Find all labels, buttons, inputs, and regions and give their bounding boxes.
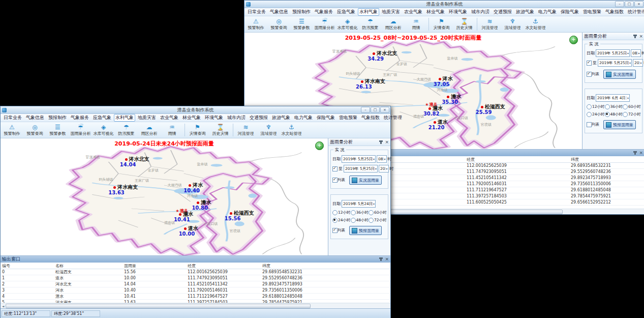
to-checkbox[interactable] (587, 61, 592, 66)
menu-item-8[interactable]: 林业气象 (181, 114, 202, 122)
pin-icon[interactable] (634, 151, 636, 155)
scroll-left-icon[interactable]: ◄ (1, 304, 6, 308)
menu-item-12[interactable]: 旅游气象 (270, 114, 292, 122)
tool-button-雨区分析[interactable]: ☁雨区分析 (382, 16, 405, 32)
duration-radio-60小时[interactable]: 60小时 (369, 210, 387, 215)
menu-item-1[interactable]: 气象信息 (268, 8, 290, 16)
live-hour-combo[interactable]: 08▾ (631, 49, 641, 57)
live-list-checkbox[interactable] (587, 72, 592, 77)
menu-item-14[interactable]: 保险气象 (559, 8, 580, 16)
tool-button-雨情[interactable]: ♒雨情 (405, 16, 427, 32)
station-dot-icon[interactable] (434, 121, 436, 124)
live-to-date-combo[interactable]: 2019年 5月25日▾ (598, 59, 632, 67)
station-dot-icon[interactable] (361, 80, 363, 83)
menu-item-15[interactable]: 雷电预警 (581, 8, 603, 16)
menu-item-3[interactable]: 气象服务 (313, 8, 334, 16)
menu-item-13[interactable]: 电力气象 (537, 8, 558, 16)
minimize-button[interactable]: – (361, 107, 370, 113)
tool-button-预警参数[interactable]: ☰预警参数 (290, 16, 313, 32)
tool-button-灾情查询[interactable]: ⚑灾情查询 (186, 122, 209, 138)
menu-item-1[interactable]: 气象信息 (24, 114, 46, 122)
col-header-name[interactable]: 名称 (54, 263, 122, 269)
menu-item-12[interactable]: 旅游气象 (514, 8, 536, 16)
live-to-date-combo[interactable]: 2019年 5月25日▾ (344, 165, 378, 172)
tool-button-历史灾情[interactable]: ⌛历史灾情 (209, 122, 232, 138)
menu-item-14[interactable]: 保险气象 (315, 114, 336, 122)
menu-item-17[interactable]: 统计管理 (626, 8, 644, 16)
menu-item-16[interactable]: 气象指数 (604, 8, 625, 16)
station-dot-icon[interactable] (125, 158, 128, 161)
forecast-rain-button[interactable]: 预报面雨量 (349, 226, 382, 235)
duration-radio-72小时[interactable]: 72小时 (369, 218, 387, 223)
tool-button-流域管理[interactable]: ♆流域管理 (501, 16, 524, 32)
tool-button-预警制作[interactable]: ⚠预警制作 (244, 16, 267, 32)
tool-button-预警查询[interactable]: ◎预警查询 (23, 122, 46, 138)
tool-button-防汛预案[interactable]: ☂防汛预案 (115, 122, 138, 138)
menu-item-15[interactable]: 雷电预警 (338, 114, 359, 122)
pin-icon[interactable] (380, 257, 382, 261)
tool-button-流域管理[interactable]: ♆流域管理 (257, 122, 280, 138)
live-to-hour-combo[interactable]: 20▾ (633, 59, 643, 67)
scroll-thumb[interactable] (6, 304, 311, 308)
col-header-lon[interactable]: 经度 (465, 156, 569, 163)
panel-close-icon[interactable]: × (639, 34, 643, 39)
titlebar[interactable]: 澧县业务制作系统 – □ × (1, 106, 390, 114)
maximize-button[interactable]: □ (371, 107, 380, 113)
pin-icon[interactable] (634, 35, 636, 38)
duration-radio-60小时[interactable]: 60小时 (623, 104, 641, 109)
menu-item-4[interactable]: 应急气象 (335, 8, 357, 16)
tool-button-面雨量分析[interactable]: ☔面雨量分析 (69, 122, 92, 138)
tool-button-河流管理[interactable]: ≋河流管理 (478, 16, 501, 32)
menu-item-7[interactable]: 农业气象 (159, 114, 180, 122)
panel-close-icon[interactable]: × (385, 140, 389, 144)
tool-button-面雨量分析[interactable]: ☔面雨量分析 (313, 16, 336, 32)
duration-radio-24小时[interactable]: 24小时 (332, 218, 351, 223)
station-dot-icon[interactable] (184, 227, 187, 230)
forecast-date-combo[interactable]: 2019年 6月 4日▾ (596, 94, 630, 102)
live-hour-combo[interactable]: 08▾ (377, 155, 387, 163)
tool-button-防汛预案[interactable]: ☂防汛预案 (359, 16, 382, 32)
forecast-list-checkbox[interactable] (332, 228, 338, 233)
tool-button-预警查询[interactable]: ◎预警查询 (267, 16, 290, 32)
menu-item-11[interactable]: 交通预报 (492, 8, 513, 16)
forecast-list-checkbox[interactable] (587, 122, 592, 127)
menu-item-0[interactable]: 日常业务 (2, 114, 23, 122)
menu-item-16[interactable]: 气象指数 (360, 114, 381, 122)
close-button[interactable]: × (634, 1, 643, 7)
menu-item-9[interactable]: 环境气象 (447, 8, 469, 16)
menu-item-11[interactable]: 交通预报 (248, 114, 269, 122)
tool-button-雨情[interactable]: ♒雨情 (161, 122, 183, 138)
live-rain-button[interactable]: 实况面雨量 (603, 70, 636, 79)
tool-button-预警制作[interactable]: ⚠预警制作 (1, 122, 23, 138)
tool-button-历史灾情[interactable]: ⌛历史灾情 (453, 16, 476, 32)
menu-item-5[interactable]: 水利气象 (114, 114, 135, 122)
menu-item-17[interactable]: 统计管理 (382, 114, 404, 122)
titlebar[interactable]: 澧县业务制作系统 – □ × (244, 1, 644, 8)
tool-button-水库可视化[interactable]: ◈水库可视化 (336, 16, 359, 32)
col-header-lat[interactable]: 纬度 (261, 263, 390, 269)
menu-item-3[interactable]: 气象服务 (69, 114, 90, 122)
duration-radio-48小时[interactable]: 48小时 (351, 218, 369, 223)
duration-radio-12小时[interactable]: 12小时 (587, 104, 605, 109)
menu-item-7[interactable]: 农业气象 (403, 8, 424, 16)
menu-item-4[interactable]: 应急气象 (91, 114, 113, 122)
col-header-id[interactable]: 编号 (1, 263, 54, 269)
forecast-date-combo[interactable]: 2019年 5月24日▾ (342, 200, 376, 208)
menu-item-2[interactable]: 预报制作 (47, 114, 68, 122)
tool-button-水库可视化[interactable]: ◈水库可视化 (92, 122, 115, 138)
station-dot-icon[interactable] (428, 107, 431, 110)
map-locate-button[interactable]: + (315, 141, 324, 150)
live-date-combo[interactable]: 2019年 5月25日▾ (342, 155, 376, 163)
tool-button-水文站管理[interactable]: ⚓水文站管理 (524, 16, 547, 32)
pin-icon[interactable] (380, 140, 382, 144)
duration-radio-72小时[interactable]: 72小时 (623, 112, 641, 117)
live-date-combo[interactable]: 2019年 5月25日▾ (596, 49, 630, 57)
duration-radio-36小时[interactable]: 36小时 (351, 210, 369, 215)
duration-radio-12小时[interactable]: 12小时 (332, 210, 351, 215)
menu-item-10[interactable]: 城市内涝 (226, 114, 247, 122)
live-to-hour-combo[interactable]: 20▾ (379, 165, 389, 172)
tool-button-灾情查询[interactable]: ⚑灾情查询 (430, 16, 453, 32)
live-rain-button[interactable]: 实况面雨量 (349, 176, 382, 185)
menu-item-6[interactable]: 地质灾害 (136, 114, 158, 122)
map-locate-button[interactable]: + (569, 36, 578, 44)
